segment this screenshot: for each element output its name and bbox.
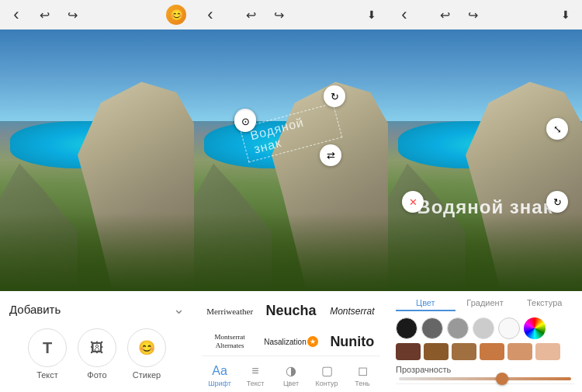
- chevron-icon[interactable]: [173, 300, 185, 317]
- sticker-tool-button[interactable]: 😊 Стикер: [127, 328, 166, 380]
- delete-handle-3[interactable]: ✕: [402, 191, 424, 213]
- color-label-2: Цвет: [283, 380, 299, 387]
- download-button-3[interactable]: ⬇: [557, 6, 574, 23]
- photo-area-2: Водяной знак ↻ ✕ ⇄ ⊙: [194, 29, 388, 291]
- sticker-tool-label: Стикер: [133, 370, 161, 380]
- swatch-brown-3[interactable]: [452, 343, 476, 360]
- add-panel: Добавить T Текст 🖼 Фото 😊 Стикер: [0, 291, 194, 392]
- watermark-label-3: Водяной знак: [417, 196, 553, 217]
- photo-area-3: Водяной знак ✕ ↻ ⤡: [388, 29, 582, 291]
- beach-photo-3: [388, 29, 582, 291]
- shadow-label: Тень: [355, 380, 370, 387]
- add-label: Добавить: [9, 303, 61, 316]
- color-tabs: Цвет Градиент Текстура: [396, 296, 574, 311]
- color-tab-gradient[interactable]: Градиент: [456, 296, 515, 311]
- back-button-3[interactable]: ‹: [396, 6, 413, 23]
- font-neucha[interactable]: Neucha: [262, 297, 319, 324]
- color-icon: ◑: [286, 363, 296, 378]
- avatar-icon[interactable]: 😊: [166, 5, 186, 25]
- color-tab-texture[interactable]: Текстура: [514, 296, 574, 311]
- back-button[interactable]: ‹: [8, 6, 25, 23]
- redo-button-2[interactable]: ↪: [270, 6, 287, 23]
- toolbar-shadow[interactable]: ◻ Тень: [345, 356, 380, 392]
- text-label: Текст: [247, 380, 265, 387]
- swatch-brown-2[interactable]: [424, 343, 449, 360]
- swatch-rainbow[interactable]: [524, 317, 546, 339]
- color-tab-color[interactable]: Цвет: [396, 296, 456, 311]
- font-label: Шрифт: [208, 380, 231, 387]
- font-montserrat-alt[interactable]: MontserratAlternates: [202, 328, 258, 356]
- brown-swatches: [396, 343, 574, 360]
- toolbar-shadow-3[interactable]: ◻ Тень: [539, 384, 574, 392]
- topbar-2: ‹ ↩ ↪ ⬇: [194, 0, 388, 29]
- download-button-2[interactable]: ⬇: [363, 6, 380, 23]
- redo-button-3[interactable]: ↪: [464, 6, 481, 23]
- rotate-handle-3[interactable]: ↻: [546, 191, 568, 213]
- font-merriweather[interactable]: Merriweather: [202, 297, 258, 324]
- font-panel: Merriweather Neucha Montserrat Montserra…: [194, 291, 388, 392]
- photo-area-1: [0, 29, 194, 291]
- flip-handle[interactable]: ⇄: [320, 144, 341, 166]
- beach-photo-2: [194, 29, 388, 291]
- copy-handle[interactable]: ⊙: [234, 110, 256, 132]
- toolbar-color-2[interactable]: ◑ Цвет: [273, 356, 309, 392]
- add-tools: T Текст 🖼 Фото 😊 Стикер: [9, 328, 185, 380]
- swatch-lgray[interactable]: [473, 317, 494, 339]
- slider-thumb[interactable]: [496, 373, 508, 385]
- photo-tool-button[interactable]: 🖼 Фото: [78, 328, 116, 380]
- swatch-dgray[interactable]: [421, 317, 443, 339]
- swatch-black[interactable]: [396, 317, 417, 339]
- toolbar-outline[interactable]: ▢ Контур: [309, 356, 345, 392]
- toolbar-font[interactable]: Aa Шрифт: [202, 356, 237, 392]
- font-nunito[interactable]: Nunito: [324, 328, 380, 356]
- swatch-brown-5[interactable]: [508, 343, 532, 360]
- add-header: Добавить: [9, 300, 185, 317]
- swatch-gray[interactable]: [447, 317, 469, 339]
- rotate-handle[interactable]: ↻: [324, 85, 345, 107]
- color-panel: Цвет Градиент Текстура: [388, 291, 582, 392]
- swatch-white[interactable]: [498, 317, 520, 339]
- toolbar-outline-3[interactable]: ▢ Контур: [503, 384, 539, 392]
- transparency-label: Прозрачность: [396, 365, 451, 374]
- photo-tool-label: Фото: [87, 370, 106, 380]
- undo-button-1[interactable]: ↩: [36, 6, 53, 23]
- redo-button-1[interactable]: ↪: [64, 6, 81, 23]
- undo-button-2[interactable]: ↩: [242, 6, 259, 23]
- topbar-3: ‹ ↩ ↪ ⬇: [388, 0, 582, 29]
- toolbar-text-3[interactable]: ≡ Текст: [431, 384, 467, 392]
- photo-tool-icon: 🖼: [78, 328, 116, 367]
- shadow-icon: ◻: [358, 363, 368, 378]
- panel-2: ‹ ↩ ↪ ⬇ Водяной знак ↻ ✕ ⇄: [194, 0, 388, 392]
- back-button-2[interactable]: ‹: [202, 6, 219, 23]
- toolbar-font-3[interactable]: Aa Шрифт: [396, 384, 431, 392]
- transparency-slider[interactable]: [399, 377, 571, 380]
- undo-button-3[interactable]: ↩: [436, 6, 453, 23]
- resize-handle-3[interactable]: ⤡: [546, 118, 568, 140]
- font-nasalization[interactable]: Nasalization★: [262, 328, 319, 356]
- swatch-brown-6[interactable]: [535, 343, 560, 360]
- topbar-1: ‹ ↩ ↪ 😊: [0, 0, 194, 29]
- font-grid: Merriweather Neucha Montserrat Montserra…: [202, 297, 380, 356]
- font-montserrat[interactable]: Montserrat: [324, 297, 380, 324]
- text-tool-label: Текст: [36, 370, 58, 380]
- toolbar-text[interactable]: ≡ Текст: [237, 356, 273, 392]
- panel-1: ‹ ↩ ↪ 😊 Добавить: [0, 0, 194, 392]
- text-tool-icon: T: [28, 328, 67, 367]
- font-icon: Aa: [212, 364, 227, 378]
- swatch-brown-4[interactable]: [480, 343, 504, 360]
- panel-3: ‹ ↩ ↪ ⬇ Водяной знак ✕ ↻ ⤡: [388, 0, 582, 392]
- sticker-tool-icon: 😊: [127, 328, 166, 367]
- transparency-row: Прозрачность: [396, 365, 574, 374]
- toolbar-color-3[interactable]: ◑ Цвет: [467, 384, 503, 392]
- text-icon: ≡: [251, 364, 258, 378]
- font-bottom-toolbar: Aa Шрифт ≡ Текст ◑ Цвет ▢ Контур ◻ Тень: [202, 356, 380, 392]
- beach-photo-1: [0, 29, 194, 291]
- text-tool-button[interactable]: T Текст: [28, 328, 67, 380]
- outline-icon: ▢: [321, 363, 333, 378]
- outline-label: Контур: [316, 380, 338, 387]
- swatch-brown-1[interactable]: [396, 343, 421, 360]
- color-bottom-toolbar: Aa Шрифт ≡ Текст ◑ Цвет ▢ Контур ◻ Тень: [396, 383, 574, 392]
- premium-badge: ★: [307, 336, 318, 347]
